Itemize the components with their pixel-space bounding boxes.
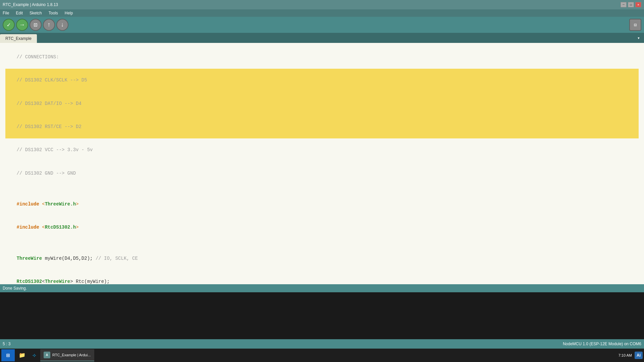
tab-rtc-example[interactable]: RTC_Example bbox=[0, 34, 37, 43]
serial-monitor-button[interactable]: ⊡ bbox=[629, 19, 641, 31]
code-line-1: // CONNECTIONS: bbox=[5, 46, 639, 69]
code-line-6: // DS1302 GND --> GND bbox=[5, 162, 639, 185]
arduino-app-icon: A bbox=[44, 352, 50, 358]
new-button[interactable]: ⊡ bbox=[30, 19, 42, 31]
title-bar-controls: ─ ◻ ✕ bbox=[621, 2, 641, 7]
tab-dropdown-button[interactable]: ▾ bbox=[635, 34, 643, 42]
minimize-button[interactable]: ─ bbox=[621, 2, 627, 7]
status-text: Done Saving. bbox=[3, 286, 27, 291]
taskbar-edge[interactable]: ⟢ bbox=[30, 349, 39, 361]
code-line-blank-1 bbox=[5, 185, 639, 193]
taskbar-right: 7:10 AM Ai bbox=[619, 352, 643, 359]
cursor-position: 5 : 3 bbox=[3, 342, 10, 346]
title-bar: RTC_Example | Arduino 1.8.13 ─ ◻ ✕ bbox=[0, 0, 644, 9]
taskbar-arduino-app[interactable]: A RTC_Example | Ardui... bbox=[40, 349, 94, 361]
open-button[interactable]: ↑ bbox=[43, 19, 55, 31]
taskbar-file-explorer[interactable]: 📁 bbox=[16, 349, 28, 361]
start-button[interactable]: ⊞ bbox=[1, 349, 15, 361]
menu-bar: File Edit Sketch Tools Help bbox=[0, 9, 644, 17]
taskbar-app-label: RTC_Example | Ardui... bbox=[52, 353, 91, 357]
taskbar: ⊞ 📁 ⟢ A RTC_Example | Ardui... 7:10 AM A… bbox=[0, 349, 644, 362]
code-editor[interactable]: // CONNECTIONS: // DS1302 CLK/SCLK --> D… bbox=[0, 43, 644, 284]
start-icon: ⊞ bbox=[6, 352, 10, 359]
file-explorer-icon: 📁 bbox=[19, 352, 25, 359]
console-area bbox=[0, 292, 644, 339]
menu-sketch[interactable]: Sketch bbox=[28, 10, 43, 16]
restore-button[interactable]: ◻ bbox=[628, 2, 634, 7]
board-info: NodeMCU 1.0 (ESP-12E Module) on COM6 bbox=[563, 342, 641, 346]
ai-badge-text: Ai bbox=[637, 353, 641, 358]
ai-badge[interactable]: Ai bbox=[635, 352, 643, 359]
tabs-left: RTC_Example bbox=[0, 34, 37, 43]
code-line-2: // DS1302 CLK/SCLK --> D5 bbox=[5, 69, 639, 92]
code-line-11: ThreeWire myWire(D4,D5,D2); // IO, SCLK,… bbox=[5, 247, 639, 270]
verify-button[interactable]: ✓ bbox=[3, 19, 15, 31]
menu-tools[interactable]: Tools bbox=[47, 10, 59, 16]
toolbar-left: ✓ → ⊡ ↑ ↓ bbox=[3, 19, 68, 31]
code-line-4: // DS1302 RST/CE --> D2 bbox=[5, 115, 639, 138]
code-line-5: // DS1302 VCC --> 3.3v - 5v bbox=[5, 138, 639, 162]
close-button[interactable]: ✕ bbox=[635, 2, 641, 7]
title-bar-text: RTC_Example | Arduino 1.8.13 bbox=[3, 2, 58, 7]
menu-edit[interactable]: Edit bbox=[14, 10, 24, 16]
toolbar-right: ⊡ bbox=[629, 19, 641, 31]
menu-file[interactable]: File bbox=[1, 10, 10, 16]
code-line-blank-2 bbox=[5, 239, 639, 247]
code-line-3: // DS1302 DAT/IO --> D4 bbox=[5, 92, 639, 115]
code-line-12: RtcDS1302<ThreeWire> Rtc(myWire); bbox=[5, 270, 639, 284]
bottom-bar: 5 : 3 NodeMCU 1.0 (ESP-12E Module) on CO… bbox=[0, 339, 644, 349]
menu-help[interactable]: Help bbox=[63, 10, 74, 16]
code-line-9: #include <RtcDS1302.h> bbox=[5, 216, 639, 239]
tabs-bar: RTC_Example ▾ bbox=[0, 33, 644, 43]
taskbar-left: ⊞ 📁 ⟢ A RTC_Example | Ardui... bbox=[1, 349, 94, 361]
edge-icon: ⟢ bbox=[32, 352, 36, 359]
upload-button[interactable]: → bbox=[16, 19, 28, 31]
taskbar-time: 7:10 AM bbox=[619, 353, 632, 357]
code-line-8: #include <ThreeWire.h> bbox=[5, 193, 639, 216]
save-button[interactable]: ↓ bbox=[56, 19, 68, 31]
status-bar: Done Saving. bbox=[0, 284, 644, 292]
toolbar: ✓ → ⊡ ↑ ↓ ⊡ bbox=[0, 17, 644, 33]
